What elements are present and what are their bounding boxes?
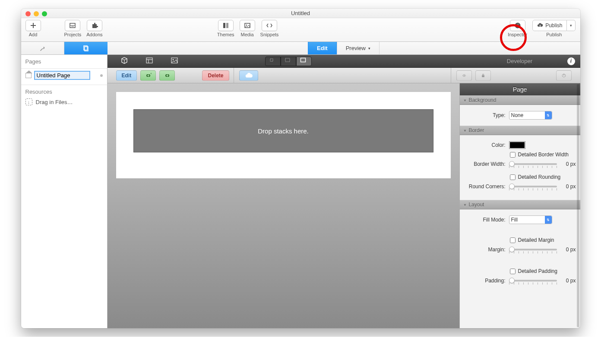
addons-button[interactable]: Addons	[86, 20, 102, 37]
page-list-item[interactable]	[21, 69, 107, 82]
pages-icon	[82, 45, 89, 52]
puzzle-icon	[91, 22, 98, 29]
detailed-padding-checkbox[interactable]	[510, 269, 516, 274]
main-toolbar: Add Projects Addons Themes Media	[21, 18, 580, 42]
media-button[interactable]: Media	[240, 20, 255, 37]
layout-icon	[146, 57, 153, 64]
viewport-medium[interactable]	[281, 57, 296, 66]
window-title: Untitled	[291, 10, 310, 16]
viewport-large[interactable]	[296, 57, 312, 66]
background-type-select[interactable]: None ⇅	[509, 111, 552, 120]
cloud-icon	[245, 73, 253, 79]
padding-label: Padding:	[464, 278, 506, 284]
publish-dropdown[interactable]: ▾	[567, 20, 576, 31]
chevron-updown-icon: ⇅	[545, 216, 552, 224]
svg-point-4	[246, 25, 247, 25]
box-down-icon	[562, 72, 566, 79]
border-width-value: 0 px	[560, 161, 576, 167]
canvas-action-bar: Edit + Delete	[108, 68, 580, 83]
link-add-button[interactable]: +	[140, 70, 156, 81]
link-button[interactable]	[159, 70, 175, 81]
info-icon: i	[514, 22, 521, 29]
large-rect-icon	[300, 57, 308, 65]
inspector-button[interactable]: i Inspector	[508, 20, 527, 37]
cloud-up-icon	[537, 22, 543, 28]
page-name-input[interactable]	[34, 71, 90, 80]
section-background-header[interactable]: ▼Background	[460, 95, 580, 105]
pages-header: Pages	[21, 55, 107, 69]
snippets-button[interactable]: Snippets	[260, 20, 279, 37]
border-color-swatch[interactable]	[509, 141, 525, 149]
info-icon[interactable]: i	[567, 57, 575, 65]
svg-rect-13	[285, 58, 290, 62]
stacks-toolbar: Developer i	[108, 55, 580, 68]
fill-mode-select[interactable]: Fill ⇅	[509, 215, 552, 224]
round-corners-label: Round Corners:	[464, 184, 506, 190]
chevron-updown-icon: ⇅	[545, 111, 552, 119]
viewport-segmented-control	[265, 57, 312, 66]
image-icon	[244, 22, 251, 29]
svg-rect-12	[270, 59, 273, 61]
padding-slider[interactable]	[509, 277, 557, 285]
border-width-slider[interactable]	[509, 160, 557, 168]
viewport-small[interactable]	[265, 57, 281, 66]
stack-delete-button[interactable]: Delete	[202, 70, 229, 81]
sidebar-tab-pages[interactable]	[64, 42, 108, 54]
stack-edit-button[interactable]: Edit	[116, 70, 137, 81]
drawer-icon	[69, 22, 76, 29]
stacks-drop-zone[interactable]: Drop stacks here.	[133, 109, 433, 152]
projects-button[interactable]: Projects	[64, 20, 82, 37]
cloud-button[interactable]	[239, 70, 258, 81]
edit-mode-tab[interactable]: Edit	[308, 42, 337, 54]
drop-target-icon: ↓	[25, 98, 32, 105]
svg-rect-17	[482, 75, 484, 77]
code-icon	[266, 22, 273, 29]
section-layout-header[interactable]: ▼Layout	[460, 200, 580, 209]
border-color-label: Color:	[464, 142, 506, 148]
preview-mode-tab[interactable]: Preview▾	[337, 42, 380, 54]
add-button[interactable]: Add	[25, 20, 41, 37]
inspector-panel: Page ▼Background Type: None ⇅ ▼Border	[459, 83, 580, 328]
med-rect-icon	[285, 57, 292, 65]
inspector-header-bar: Developer i	[459, 58, 580, 64]
page-canvas[interactable]: Drop stacks here.	[116, 92, 451, 178]
library-image-button[interactable]	[171, 57, 178, 66]
eye-icon	[462, 73, 466, 79]
margin-slider[interactable]	[509, 246, 557, 253]
detailed-padding-label: Detailed Padding	[518, 268, 557, 274]
svg-rect-2	[226, 23, 228, 28]
library-layout-button[interactable]	[146, 57, 153, 66]
close-window-button[interactable]	[25, 11, 31, 16]
traffic-lights	[25, 11, 47, 16]
inspector-scrollbar[interactable]	[577, 84, 579, 327]
sidebar-tab-tools[interactable]	[21, 42, 65, 54]
export-button[interactable]	[556, 70, 572, 81]
detailed-border-width-checkbox[interactable]	[510, 152, 516, 158]
fill-mode-label: Fill Mode:	[464, 217, 506, 223]
picture-icon	[171, 57, 178, 64]
round-corners-slider[interactable]	[509, 183, 557, 190]
library-cube-button[interactable]	[120, 57, 128, 66]
zoom-window-button[interactable]	[42, 11, 47, 16]
detailed-margin-checkbox[interactable]	[510, 237, 516, 243]
drag-files-hint[interactable]: ↓ Drag in Files…	[21, 96, 107, 108]
svg-rect-9	[146, 58, 152, 63]
publish-button-group: Publish ▾ Publish	[532, 20, 576, 37]
svg-text:+: +	[150, 73, 152, 75]
minimize-window-button[interactable]	[34, 11, 39, 16]
themes-button[interactable]: Themes	[217, 20, 234, 37]
link-plus-icon: +	[145, 73, 152, 79]
publish-button[interactable]: Publish	[532, 20, 567, 31]
svg-rect-1	[223, 23, 225, 28]
svg-point-16	[463, 75, 464, 76]
left-sidebar: Pages Resources ↓ Drag in Files…	[21, 55, 108, 328]
detailed-rounding-checkbox[interactable]	[510, 174, 516, 180]
lock-button[interactable]	[475, 70, 491, 81]
visibility-button[interactable]	[456, 70, 472, 81]
svg-point-11	[172, 59, 174, 60]
canvas-background: Drop stacks here.	[108, 83, 459, 328]
canvas-area: Developer i Edit + Delete	[108, 55, 580, 328]
detailed-border-width-label: Detailed Border Width	[518, 152, 569, 158]
section-border-header[interactable]: ▼Border	[460, 126, 580, 135]
mode-bar: Edit Preview▾	[21, 42, 580, 55]
